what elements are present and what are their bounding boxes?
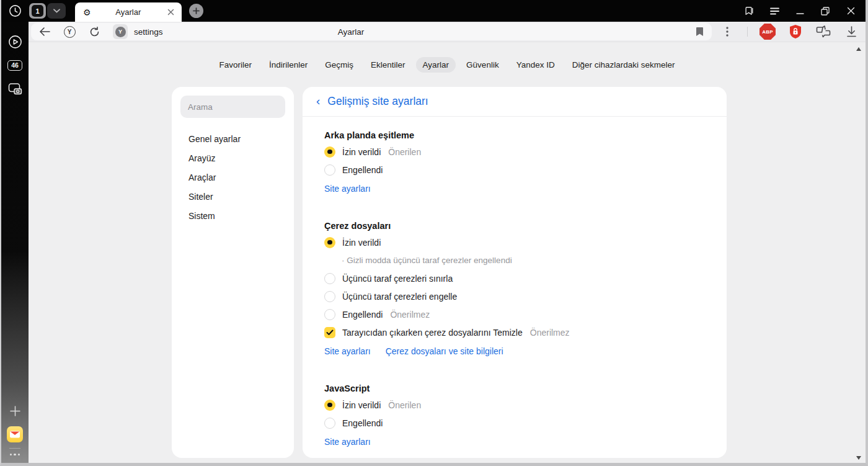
new-tab-button[interactable]	[189, 4, 203, 18]
option-row: İzin verildi	[324, 233, 704, 251]
radio-unchecked[interactable]	[324, 273, 335, 284]
tab-close-icon[interactable]	[166, 7, 175, 17]
tab-group-control: 1	[29, 3, 66, 19]
section-header-title: Gelişmiş site ayarları	[327, 95, 428, 108]
nav-tab-guvenlik[interactable]: Güvenlik	[459, 57, 506, 73]
settings-top-nav: Favoriler İndirilenler Geçmiş Eklentiler…	[29, 57, 866, 73]
settings-sidebar-panel: Genel ayarlar Arayüz Araçlar Siteler Sis…	[172, 87, 294, 458]
sidebar-bottom-group	[6, 403, 24, 464]
radio-unchecked[interactable]	[324, 309, 335, 320]
option-row: İzin verildi Önerilen	[324, 396, 704, 414]
tab-group-chevron-down-icon[interactable]	[47, 3, 66, 19]
address-toolbar: Y Y settings Ayarlar	[29, 22, 866, 42]
back-icon[interactable]	[38, 25, 51, 38]
option-row: Engellendi Önerilmez	[324, 305, 704, 323]
menu-icon[interactable]	[769, 6, 779, 16]
page-title: Ayarlar	[338, 27, 365, 37]
settings-menu: Genel ayarlar Arayüz Araçlar Siteler Sis…	[180, 129, 285, 225]
cookies-incognito-note: · Gizli modda üçüncü taraf çerezler enge…	[342, 251, 704, 269]
site-settings-link[interactable]: Site ayarları	[324, 184, 371, 196]
reload-icon[interactable]	[88, 25, 100, 38]
browser-side-panel: 46	[1, 22, 29, 463]
omnibox-text[interactable]: settings	[134, 27, 163, 37]
kebab-menu-icon[interactable]	[719, 24, 735, 40]
settings-body: Arka planda eşitleme İzin verildi Öneril…	[303, 130, 727, 458]
adblock-plus-icon[interactable]: ABP	[760, 24, 776, 40]
site-favicon[interactable]: Y	[113, 24, 128, 39]
option-row: Üçüncü taraf çerezleri engelle	[324, 287, 704, 305]
option-row: Engellendi	[324, 161, 704, 179]
side-panel-icon[interactable]	[744, 6, 754, 16]
close-window-icon[interactable]	[846, 6, 856, 16]
scrollbar-down-arrow[interactable]	[856, 456, 861, 460]
nav-tab-eklentiler[interactable]: Eklentiler	[364, 57, 412, 73]
checkbox-checked[interactable]	[324, 327, 335, 338]
tabs-counter-badge[interactable]: 46	[6, 56, 24, 74]
cookies-and-site-data-link[interactable]: Çerez dosyaları ve site bilgileri	[386, 346, 503, 359]
section-title-javascript: JavaScript	[324, 383, 704, 396]
option-row: Üçüncü taraf çerezleri sınırla	[324, 269, 704, 287]
site-settings-link[interactable]: Site ayarları	[324, 346, 371, 359]
sidebar-item-genel-ayarlar[interactable]: Genel ayarlar	[180, 129, 285, 148]
browser-window: 1 ⚙ Ayarlar	[0, 0, 868, 466]
radio-checked[interactable]	[324, 237, 335, 248]
option-row: Tarayıcıdan çıkarken çerez dosyalarını T…	[324, 323, 704, 341]
window-controls	[744, 6, 866, 16]
radio-checked[interactable]	[324, 400, 335, 411]
search-input[interactable]	[180, 102, 285, 112]
downloads-icon[interactable]	[843, 24, 859, 40]
sidebar-more-icon[interactable]	[10, 454, 20, 459]
nav-tab-yandex-id[interactable]: Yandex ID	[510, 57, 562, 73]
tab-title: Ayarlar	[91, 7, 166, 17]
sidebar-divider	[9, 448, 20, 449]
tab-group-button[interactable]: 1	[29, 3, 46, 19]
option-row: İzin verildi Önerilen	[324, 143, 704, 161]
section-title-cookies: Çerez dosyaları	[324, 221, 704, 233]
nav-tab-indirilenler[interactable]: İndirilenler	[262, 57, 314, 73]
option-row: Engellendi	[324, 414, 704, 432]
settings-page: Favoriler İndirilenler Geçmiş Eklentiler…	[29, 42, 866, 463]
settings-gear-icon: ⚙	[83, 8, 91, 17]
collections-icon[interactable]	[815, 24, 831, 40]
toolbar-divider	[747, 27, 748, 37]
omnibox[interactable]: Y Y settings Ayarlar	[31, 23, 712, 40]
sidebar-item-siteler[interactable]: Siteler	[180, 187, 285, 206]
sidebar-item-araclar[interactable]: Araçlar	[180, 168, 285, 187]
minimize-icon[interactable]	[795, 6, 805, 16]
screenshot-icon[interactable]	[6, 80, 24, 97]
radio-unchecked[interactable]	[324, 164, 335, 176]
protect-shield-icon[interactable]	[787, 24, 804, 40]
advanced-site-settings-header[interactable]: ‹ Gelişmiş site ayarları	[303, 87, 727, 117]
tab-bar: 1 ⚙ Ayarlar	[1, 0, 866, 22]
scrollbar-up-arrow[interactable]	[856, 47, 861, 51]
sidebar-item-arayuz[interactable]: Arayüz	[180, 148, 285, 168]
radio-unchecked[interactable]	[324, 418, 335, 429]
settings-content-panel: ‹ Gelişmiş site ayarları Arka planda eşi…	[303, 87, 727, 458]
sidebar-item-sistem[interactable]: Sistem	[180, 206, 285, 225]
add-widget-plus-icon[interactable]	[6, 403, 24, 420]
restore-icon[interactable]	[820, 6, 830, 16]
nav-tab-diger-cihazlar[interactable]: Diğer cihazlardaki sekmeler	[565, 57, 682, 73]
yandex-mail-icon[interactable]	[7, 426, 23, 442]
site-settings-link[interactable]: Site ayarları	[324, 437, 371, 449]
section-title-background-sync: Arka planda eşitleme	[324, 130, 704, 143]
radio-checked[interactable]	[324, 146, 335, 158]
yandex-services-icon[interactable]: Y	[63, 25, 76, 38]
bookmark-icon[interactable]	[693, 25, 706, 38]
radio-unchecked[interactable]	[324, 291, 335, 302]
tab-count-badge: 1	[32, 5, 43, 17]
active-tab[interactable]: ⚙ Ayarlar	[75, 2, 182, 22]
nav-tab-ayarlar[interactable]: Ayarlar	[416, 57, 456, 73]
nav-tab-gecmis[interactable]: Geçmiş	[318, 57, 360, 73]
settings-search[interactable]	[180, 96, 285, 118]
history-icon[interactable]	[6, 4, 24, 17]
toolbar-extensions: ABP	[712, 24, 859, 40]
video-player-icon[interactable]	[6, 33, 24, 50]
back-chevron-icon[interactable]: ‹	[316, 95, 320, 107]
nav-tab-favoriler[interactable]: Favoriler	[212, 57, 259, 73]
